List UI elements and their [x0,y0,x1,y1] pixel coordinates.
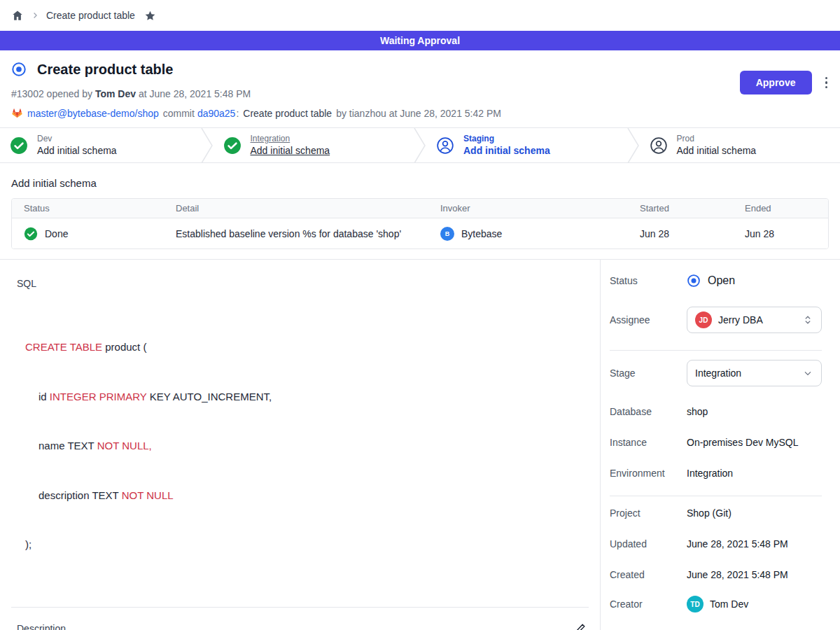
creator-value: Tom Dev [710,598,748,610]
task-detail: Established baseline version %s for data… [164,228,428,239]
sql-keyword: INTEGER PRIMARY [50,391,147,402]
issue-main-panel: SQL CREATE TABLE product ( id INTEGER PR… [0,260,600,630]
bytebase-avatar: B [440,227,454,241]
column-header-ended: Ended [733,203,828,214]
status-label: Status [610,275,687,286]
issue-meta: #13002 opened by Tom Dev at June 28, 202… [11,88,829,99]
status-banner: Waiting Approval [0,31,840,50]
stage-prod[interactable]: Prod Add initial schema [640,128,840,162]
gitlab-icon [11,107,23,119]
sql-text: product ( [102,341,146,353]
task-invoker: Bytebase [461,228,502,239]
stage-separator [201,128,214,162]
commit-hash-link[interactable]: da90a25 [197,108,236,119]
issue-sidebar: Status Open Assignee JD Jerry DBA Stage [600,260,840,630]
task-table-header: Status Detail Invoker Started Ended [12,199,828,218]
task-started: Jun 28 [628,228,733,239]
assignee-value: Jerry DBA [718,314,796,326]
commit-line: master@bytebase-demo/shop commit da90a25… [11,107,829,119]
pipeline: Dev Add initial schema Integration Add i… [0,127,840,163]
commit-message: Create product table [243,108,332,119]
task-ended: Jun 28 [733,228,828,239]
column-header-detail: Detail [164,203,428,214]
edit-pencil-icon[interactable] [575,623,586,630]
done-check-icon [24,227,38,241]
status-banner-text: Waiting Approval [380,35,460,46]
user-circle-icon [436,136,454,155]
stage-task-label: Add initial schema [677,144,757,157]
stage-dev[interactable]: Dev Add initial schema [0,128,201,162]
assignee-select[interactable]: JD Jerry DBA [687,307,822,333]
stage-staging[interactable]: Staging Add initial schema [426,128,627,162]
database-value[interactable]: shop [687,406,708,417]
stage-task-label: Add initial schema [251,144,330,157]
divider [610,350,822,351]
sql-text: description TEXT [38,489,122,501]
issue-author: Tom Dev [95,88,136,99]
stage-separator [414,128,426,162]
stage-separator [627,128,640,162]
project-value[interactable]: Shop (Git) [687,507,732,519]
environment-value[interactable]: Integration [687,468,733,479]
stage-value: Integration [695,368,796,379]
database-label: Database [610,406,687,417]
stage-integration[interactable]: Integration Add initial schema [214,128,414,162]
instance-value[interactable]: On-premises Dev MySQL [687,437,798,448]
selector-updown-icon [802,314,813,326]
sql-text: KEY AUTO_INCREMENT, [146,391,272,402]
open-status-icon [687,274,701,288]
stage-label: Stage [610,368,687,379]
assignee-avatar: JD [695,312,712,328]
page-title: Create product table [37,62,173,78]
stage-env-label: Prod [677,134,757,145]
issue-open-icon [11,62,27,77]
task-section-title: Add initial schema [11,177,829,189]
breadcrumb: Create product table [0,0,840,31]
sql-text: id [38,391,50,402]
more-options-button[interactable] [824,74,830,92]
updated-label: Updated [610,538,687,550]
sql-text: name TEXT [38,440,97,451]
column-header-invoker: Invoker [428,203,628,214]
check-circle-icon [10,136,28,155]
column-header-status: Status [12,203,164,214]
sql-text: ); [25,538,31,550]
sql-keyword: CREATE TABLE [25,341,102,353]
commit-separator: : [236,108,239,119]
environment-label: Environment [610,468,687,479]
table-row[interactable]: Done Established baseline version %s for… [12,218,828,248]
stage-env-label: Integration [251,134,330,145]
divider [11,607,589,608]
breadcrumb-current[interactable]: Create product table [46,10,135,21]
assignee-label: Assignee [610,314,687,326]
task-section: Add initial schema Status Detail Invoker… [0,163,840,259]
creator-avatar: TD [687,596,704,612]
chevron-down-icon [802,368,813,379]
stage-task-label: Add initial schema [463,144,550,157]
commit-branch-link[interactable]: master@bytebase-demo/shop [27,108,159,119]
check-circle-icon [223,136,241,155]
issue-number: #13002 opened by [11,88,92,99]
commit-byline: by tianzhou at June 28, 2021 5:42 PM [336,108,501,119]
home-icon[interactable] [11,9,24,22]
stage-select[interactable]: Integration [687,360,822,386]
commit-word: commit [163,108,195,119]
chevron-right-icon [30,10,40,20]
sql-keyword: NOT NULL [122,489,174,501]
divider [610,496,822,496]
favorite-star-icon[interactable] [144,10,156,22]
sql-label: SQL [17,278,589,289]
sql-keyword: NOT NULL, [97,440,152,451]
updated-value: June 28, 2021 5:48 PM [687,538,788,550]
description-label: Description [17,623,66,630]
project-label: Project [610,507,687,519]
approve-button[interactable]: Approve [740,71,812,94]
user-circle-icon [650,136,668,155]
stage-task-label: Add initial schema [37,144,117,157]
stage-env-label: Staging [463,134,550,145]
issue-opened-at: at June 28, 2021 5:48 PM [139,88,251,99]
sql-code-block: CREATE TABLE product ( id INTEGER PRIMAR… [25,306,589,586]
instance-label: Instance [610,437,687,448]
created-value: June 28, 2021 5:48 PM [687,569,788,580]
stage-env-label: Dev [37,134,117,145]
